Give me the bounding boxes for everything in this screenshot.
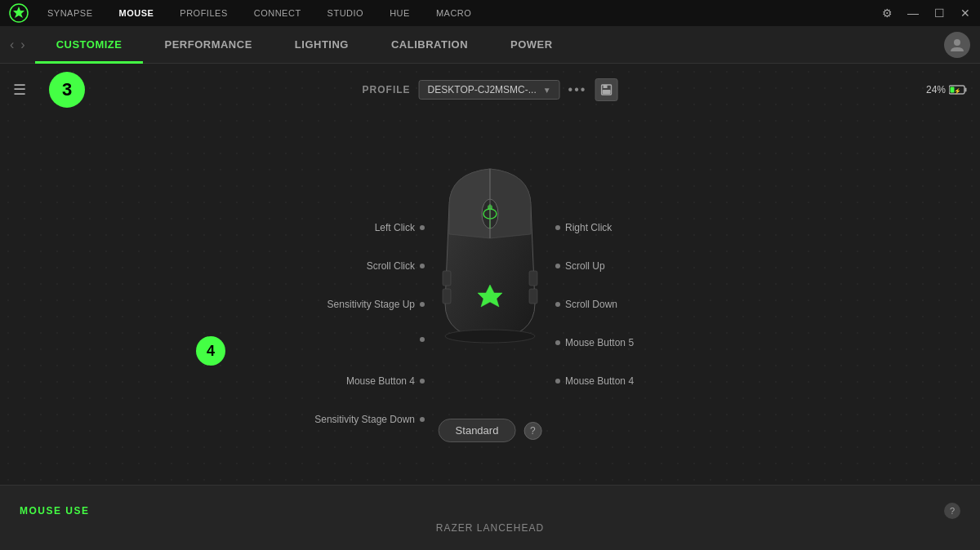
subnav-item-customize[interactable]: CUSTOMIZE bbox=[35, 26, 144, 64]
mouse-button-5-right-text: Mouse Button 5 bbox=[565, 337, 634, 348]
sensitivity-up-text: Sensitivity Stage Up bbox=[327, 299, 415, 310]
mouse-button-4-dot bbox=[420, 379, 425, 384]
bottom-bar-header: MOUSE USE ? bbox=[0, 496, 980, 522]
svg-rect-4 bbox=[602, 90, 610, 94]
tab-synapse[interactable]: SYNAPSE bbox=[34, 0, 105, 26]
svg-rect-6 bbox=[965, 88, 967, 92]
subnav-item-calibration[interactable]: CALIBRATION bbox=[370, 26, 489, 64]
mouse-image bbox=[425, 157, 555, 356]
svg-rect-14 bbox=[443, 289, 451, 304]
right-click-text: Right Click bbox=[565, 222, 612, 233]
titlebar: SYNAPSE MOUSE PROFILES CONNECT STUDIO HU… bbox=[0, 0, 980, 26]
scroll-down-dot bbox=[555, 302, 560, 307]
bottom-bar: MOUSE USE ? RAZER LANCEHEAD bbox=[0, 485, 980, 550]
label-sensitivity-up[interactable]: Sensitivity Stage Up bbox=[327, 299, 425, 310]
diagram-container: Left Click Scroll Click Sensitivity Stag… bbox=[0, 116, 980, 459]
label-mouse-button-4[interactable]: Mouse Button 4 bbox=[346, 375, 425, 387]
tab-studio[interactable]: STUDIO bbox=[314, 0, 377, 26]
user-avatar[interactable] bbox=[944, 32, 970, 58]
main-topbar: ☰ 3 PROFILE DESKTOP-CJ2MSMC-... ▼ ••• 24… bbox=[0, 64, 980, 116]
bottom-help-icon[interactable]: ? bbox=[944, 503, 960, 519]
tab-profiles[interactable]: PROFILES bbox=[167, 0, 240, 26]
back-arrow-icon[interactable]: ‹ bbox=[10, 38, 14, 52]
mouse-button-4-right-text: Mouse Button 4 bbox=[565, 375, 634, 387]
right-click-dot bbox=[555, 225, 560, 230]
titlebar-left: SYNAPSE MOUSE PROFILES CONNECT STUDIO HU… bbox=[7, 0, 484, 26]
left-click-text: Left Click bbox=[375, 222, 415, 233]
battery-icon: ⚡ bbox=[949, 85, 967, 95]
profile-section: PROFILE DESKTOP-CJ2MSMC-... ▼ ••• bbox=[363, 78, 618, 101]
label-scroll-click[interactable]: Scroll Click bbox=[367, 260, 425, 272]
scroll-up-text: Scroll Up bbox=[565, 260, 605, 272]
label-mouse-button-4-right[interactable]: Mouse Button 4 bbox=[555, 375, 634, 387]
profile-name: DESKTOP-CJ2MSMC-... bbox=[428, 84, 537, 95]
maximize-button[interactable]: ☐ bbox=[931, 7, 947, 20]
profile-save-icon[interactable] bbox=[595, 78, 617, 101]
svg-rect-3 bbox=[603, 85, 607, 88]
mouse-button-4-text: Mouse Button 4 bbox=[346, 375, 415, 387]
device-name: RAZER LANCEHEAD bbox=[0, 522, 980, 540]
battery-section: 24% ⚡ bbox=[926, 84, 967, 95]
settings-icon[interactable]: ⚙ bbox=[879, 7, 895, 20]
razer-logo-icon bbox=[7, 1, 31, 25]
step-4-badge: 4 bbox=[196, 336, 225, 366]
scroll-down-text: Scroll Down bbox=[565, 299, 617, 310]
subnav-item-performance[interactable]: PERFORMANCE bbox=[143, 26, 273, 64]
subnav-arrows: ‹ › bbox=[10, 38, 25, 52]
mouse-button-5-right-dot bbox=[555, 340, 560, 345]
tab-connect[interactable]: CONNECT bbox=[241, 0, 314, 26]
mouse-svg bbox=[425, 157, 555, 353]
main-content: ☰ 3 PROFILE DESKTOP-CJ2MSMC-... ▼ ••• 24… bbox=[0, 64, 980, 550]
minimize-button[interactable]: — bbox=[905, 7, 921, 20]
label-left-click[interactable]: Left Click bbox=[375, 222, 425, 233]
label-mouse-button-5-right[interactable]: Mouse Button 5 bbox=[555, 337, 634, 348]
svg-text:⚡: ⚡ bbox=[954, 87, 961, 95]
subnav-item-power[interactable]: POWER bbox=[489, 26, 574, 64]
label-right-click[interactable]: Right Click bbox=[555, 222, 612, 233]
mouse-button-4-right-dot bbox=[555, 379, 560, 384]
sensitivity-down-text: Sensitivity Stage Down bbox=[314, 414, 415, 425]
battery-percent: 24% bbox=[926, 84, 946, 95]
label-scroll-up[interactable]: Scroll Up bbox=[555, 260, 605, 272]
nav-tabs: SYNAPSE MOUSE PROFILES CONNECT STUDIO HU… bbox=[34, 0, 484, 26]
subnav-items: CUSTOMIZE PERFORMANCE LIGHTING CALIBRATI… bbox=[35, 26, 944, 64]
svg-point-19 bbox=[445, 330, 535, 343]
close-button[interactable]: ✕ bbox=[957, 7, 973, 20]
subnav: ‹ › CUSTOMIZE PERFORMANCE LIGHTING CALIB… bbox=[0, 26, 980, 64]
dropdown-arrow-icon: ▼ bbox=[543, 86, 551, 95]
profile-more-button[interactable]: ••• bbox=[568, 82, 587, 97]
sensitivity-down-dot bbox=[420, 417, 425, 422]
scroll-click-text: Scroll Click bbox=[367, 260, 415, 272]
forward-arrow-icon[interactable]: › bbox=[20, 38, 24, 52]
titlebar-controls: ⚙ — ☐ ✕ bbox=[879, 7, 973, 20]
standard-section: Standard ? bbox=[439, 419, 542, 442]
svg-point-1 bbox=[954, 39, 960, 46]
svg-rect-15 bbox=[529, 271, 537, 286]
label-scroll-down[interactable]: Scroll Down bbox=[555, 299, 617, 310]
tab-macro[interactable]: MACRO bbox=[423, 0, 484, 26]
profile-step-badge: 3 bbox=[49, 72, 85, 108]
profile-dropdown[interactable]: DESKTOP-CJ2MSMC-... ▼ bbox=[419, 80, 560, 100]
svg-rect-13 bbox=[443, 271, 451, 286]
mouse-use-label: MOUSE USE bbox=[20, 505, 90, 517]
subnav-item-lighting[interactable]: LIGHTING bbox=[274, 26, 370, 64]
standard-button[interactable]: Standard bbox=[439, 419, 516, 442]
standard-help-icon[interactable]: ? bbox=[523, 422, 541, 440]
svg-rect-16 bbox=[529, 289, 537, 304]
profile-label: PROFILE bbox=[363, 84, 411, 95]
tab-hue[interactable]: HUE bbox=[376, 0, 423, 26]
hamburger-icon[interactable]: ☰ bbox=[13, 81, 26, 99]
tab-mouse[interactable]: MOUSE bbox=[105, 0, 167, 26]
label-sensitivity-down[interactable]: Sensitivity Stage Down bbox=[314, 414, 425, 425]
scroll-up-dot bbox=[555, 264, 560, 268]
